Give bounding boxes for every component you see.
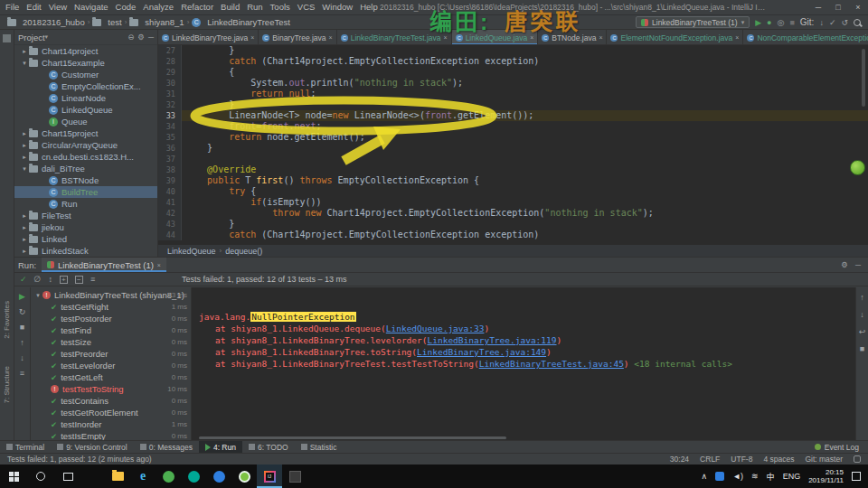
code-line[interactable]: 38 @Override [158, 164, 868, 175]
close-tab-icon[interactable]: × [444, 34, 448, 41]
project-panel-title[interactable]: Project [18, 33, 45, 42]
menu-item-window[interactable]: Window [318, 0, 356, 14]
code-line[interactable]: 36 } [158, 143, 868, 154]
stripe-label-favorites[interactable]: 2: Favorites [3, 301, 11, 339]
project-tree-item[interactable]: ▸Chart14project [14, 45, 157, 57]
stack-frame-link[interactable]: LinkedBinaryTree.java:149 [417, 347, 546, 357]
taskbar-app-4[interactable] [231, 465, 257, 488]
test-tree-item[interactable]: ✔testFind0 ms [31, 324, 191, 336]
code-line[interactable]: 28 catch (Chart14project.EmptyCollection… [158, 56, 868, 67]
project-tree-item[interactable]: ▸Linked [14, 233, 157, 245]
close-icon[interactable]: × [157, 262, 161, 268]
code-line[interactable]: 29 { [158, 67, 868, 78]
menu-item-run[interactable]: Run [243, 0, 266, 14]
clear-console-icon[interactable]: ■ [860, 344, 864, 353]
editor-tab[interactable]: CBTNode.java× [538, 30, 607, 45]
menu-item-analyze[interactable]: Analyze [139, 0, 177, 14]
editor-tab[interactable]: CNonComparableElementException.java× [743, 30, 868, 45]
test-tree-item[interactable]: !testTestToString10 ms [31, 383, 191, 395]
hide-panel-icon[interactable]: ─ [148, 33, 154, 42]
editor-breadcrumb-item[interactable]: dequeue() [225, 247, 262, 256]
taskbar-app-2[interactable] [181, 465, 206, 488]
readonly-lock-icon[interactable] [854, 455, 861, 463]
close-tab-icon[interactable]: × [530, 34, 533, 41]
taskbar-clock[interactable]: 20:15 2019/11/11 [808, 468, 844, 485]
test-tree-item[interactable]: ✔testLevelorder0 ms [31, 360, 191, 371]
coverage-button[interactable]: ◎ [778, 16, 785, 29]
close-button[interactable]: × [848, 0, 868, 14]
test-tree-item[interactable]: ✔testPostorder0 ms [31, 313, 191, 324]
taskbar-app-idea[interactable] [257, 465, 282, 488]
code-line[interactable]: 30 System.out.println("nothing in stack"… [158, 78, 868, 89]
previous-failed-icon[interactable]: ↑ [20, 338, 24, 347]
caret-position[interactable]: 30:24 [670, 455, 689, 464]
stack-frame-link[interactable]: LinkedBinaryTree.java:119 [428, 335, 557, 345]
pin-icon[interactable]: ≡ [20, 369, 24, 378]
run-button[interactable]: ▶ [755, 16, 761, 29]
menu-item-build[interactable]: Build [217, 0, 243, 14]
tree-arrow-icon[interactable]: ▸ [20, 224, 29, 231]
code-line[interactable]: 34 front=front.next; [158, 121, 868, 132]
ime-indicator[interactable]: 中 [767, 471, 775, 483]
stack-frame-link[interactable]: LinkedBinaryTreeTest.java:45 [479, 359, 624, 369]
code-line[interactable]: 27 } [158, 45, 868, 56]
task-view-button[interactable] [54, 465, 81, 488]
hide-panel-icon[interactable]: ─ [855, 260, 861, 269]
code-line[interactable]: 41 if(isEmpty()) [158, 197, 868, 208]
close-tab-icon[interactable]: × [735, 34, 739, 41]
tree-arrow-icon[interactable]: ▸ [20, 236, 29, 243]
next-failed-icon[interactable]: ↓ [20, 353, 24, 362]
rerun-button[interactable]: ▶ [19, 292, 25, 301]
stripe-label-structure[interactable]: 7: Structure [3, 366, 11, 403]
code-line[interactable]: 32 } [158, 99, 868, 110]
code-line[interactable]: 43 } [158, 219, 868, 230]
test-tree-item[interactable]: ✔testSize0 ms [31, 336, 191, 348]
editor-code-area[interactable]: 27 }28 catch (Chart14project.EmptyCollec… [158, 45, 868, 244]
show-ignored-icon[interactable]: ∅ [34, 275, 42, 284]
menu-item-help[interactable]: Help [356, 0, 382, 14]
tree-arrow-icon[interactable]: ▾ [20, 165, 29, 173]
project-tree-item[interactable]: ▸FileTest [14, 210, 157, 221]
scroll-down-icon[interactable]: ↓ [860, 310, 864, 319]
collapse-all-icon[interactable]: ⊖ [127, 33, 134, 42]
collapse-all-icon[interactable]: − [75, 276, 83, 284]
language-indicator[interactable]: ENG [783, 472, 801, 481]
network-icon[interactable]: ≋ [751, 472, 759, 481]
tool-window-button[interactable]: 0: Messages [134, 441, 199, 454]
tree-arrow-icon[interactable]: ▸ [20, 130, 29, 137]
breadcrumb-item[interactable]: 20182316_hubo [7, 17, 85, 27]
code-line[interactable]: 33 LinearNode<T> node=new LinearNode<>(f… [158, 110, 868, 121]
editor-breadcrumb-item[interactable]: LinkedQueue [167, 247, 216, 256]
tray-app-icon[interactable] [715, 472, 724, 481]
minimize-button[interactable]: ─ [808, 0, 828, 14]
tree-arrow-icon[interactable]: ▸ [20, 154, 29, 161]
run-tab[interactable]: LinkedBinaryTreeTest (1) × [42, 258, 166, 272]
tree-arrow-icon[interactable]: ▾ [33, 292, 42, 299]
tree-arrow-icon[interactable]: ▾ [20, 60, 29, 67]
tool-window-button[interactable]: 9: Version Control [51, 441, 134, 454]
project-stripe-icon[interactable] [3, 34, 11, 42]
taskbar-app-explorer[interactable] [105, 465, 130, 488]
console-horizontal-scrollbar[interactable] [199, 436, 506, 439]
tool-window-button[interactable]: 6: TODO [242, 441, 295, 454]
project-tree-item[interactable]: ▸cn.edu.besti.cs1823.H... [14, 151, 157, 163]
test-tree-item[interactable]: ✔testGetLeft0 ms [31, 371, 191, 383]
project-tree-item[interactable]: IQueue [14, 116, 157, 127]
test-tree-item[interactable]: ✔testPreorder0 ms [31, 348, 191, 360]
code-line[interactable]: 40 try { [158, 186, 868, 197]
menu-item-edit[interactable]: Edit [23, 0, 44, 14]
git-revert-icon[interactable]: ↺ [841, 16, 848, 29]
start-button[interactable] [0, 465, 27, 488]
editor-tab[interactable]: CLinkedBinaryTree.java× [158, 30, 259, 45]
project-tree-item[interactable]: ▾dali_BiTree [14, 163, 157, 174]
stop-button[interactable]: ■ [789, 16, 794, 29]
expand-all-icon[interactable]: + [60, 276, 68, 284]
maximize-button[interactable]: □ [828, 0, 848, 14]
tree-arrow-icon[interactable]: ▸ [20, 212, 29, 220]
code-line[interactable]: 37 [158, 154, 868, 164]
event-log-button[interactable]: Event Log [815, 443, 868, 452]
tool-window-button[interactable]: Terminal [0, 441, 51, 454]
project-tree-item[interactable]: CEmptyCollectionEx... [14, 80, 157, 92]
close-tab-icon[interactable]: × [329, 34, 333, 41]
settings-gear-icon[interactable]: ⚙ [841, 260, 848, 269]
